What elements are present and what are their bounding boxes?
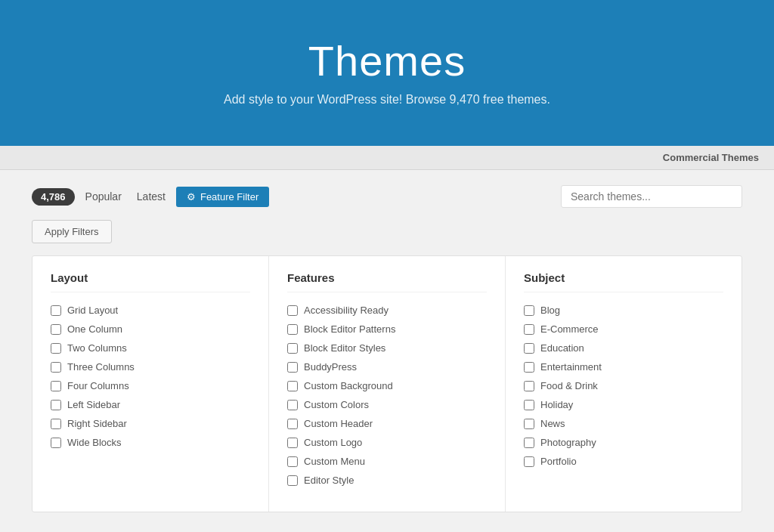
layout-checkbox-0[interactable] [51,305,61,316]
subject-checkbox-7[interactable] [524,438,534,448]
subject-label-5[interactable]: Holiday [540,399,573,410]
list-item: Education [524,342,723,354]
features-checkbox-8[interactable] [287,456,298,467]
layout-label-5[interactable]: Left Sidebar [67,399,120,410]
layout-checkbox-4[interactable] [51,381,61,391]
subject-label-6[interactable]: News [540,418,565,429]
subject-label-7[interactable]: Photography [540,437,596,448]
features-panel-title: Features [287,271,487,292]
layout-label-0[interactable]: Grid Layout [67,305,118,316]
list-item: Food & Drink [524,380,723,391]
features-checkbox-4[interactable] [287,381,298,391]
features-label-5[interactable]: Custom Colors [304,399,369,410]
commercial-themes-link[interactable]: Commercial Themes [663,152,759,163]
features-checkbox-5[interactable] [287,400,298,410]
layout-label-6[interactable]: Right Sidebar [67,418,127,429]
list-item: One Column [51,323,250,335]
layout-panel-title: Layout [51,271,250,292]
main-content: 4,786 Popular Latest ⚙ Feature Filter Ap… [17,170,757,532]
features-checkbox-2[interactable] [287,343,298,354]
apply-filters-container: Apply Filters [32,220,742,255]
features-items: Accessibility ReadyBlock Editor Patterns… [287,305,487,486]
layout-label-7[interactable]: Wide Blocks [67,437,122,448]
layout-label-3[interactable]: Three Columns [67,361,135,373]
filter-panels: Layout Grid LayoutOne ColumnTwo ColumnsT… [32,255,742,512]
layout-checkbox-2[interactable] [51,343,61,354]
features-checkbox-3[interactable] [287,362,298,373]
feature-filter-button[interactable]: ⚙ Feature Filter [176,187,269,207]
hero-section: Themes Add style to your WordPress site!… [0,0,774,146]
subject-checkbox-4[interactable] [524,381,534,391]
layout-items: Grid LayoutOne ColumnTwo ColumnsThree Co… [51,305,250,448]
features-checkbox-1[interactable] [287,324,298,335]
subject-checkbox-3[interactable] [524,362,534,373]
subject-label-1[interactable]: E-Commerce [540,323,599,335]
subject-checkbox-5[interactable] [524,400,534,410]
features-checkbox-6[interactable] [287,419,298,429]
list-item: Left Sidebar [51,399,250,410]
features-panel: Features Accessibility ReadyBlock Editor… [269,256,506,512]
layout-checkbox-3[interactable] [51,362,61,373]
subject-checkbox-6[interactable] [524,419,534,429]
subject-checkbox-8[interactable] [524,456,534,467]
subject-label-4[interactable]: Food & Drink [540,380,598,391]
list-item: Photography [524,437,723,448]
layout-label-4[interactable]: Four Columns [67,380,129,391]
subject-checkbox-0[interactable] [524,305,534,316]
features-label-2[interactable]: Block Editor Styles [304,342,385,354]
list-item: Portfolio [524,456,723,467]
filter-toolbar: 4,786 Popular Latest ⚙ Feature Filter [32,185,742,208]
features-checkbox-7[interactable] [287,438,298,448]
popular-tab[interactable]: Popular [81,187,126,206]
features-label-0[interactable]: Accessibility Ready [304,305,389,316]
list-item: Two Columns [51,342,250,354]
features-label-4[interactable]: Custom Background [304,380,393,391]
subject-checkbox-2[interactable] [524,343,534,354]
subject-label-2[interactable]: Education [540,342,584,354]
search-input[interactable] [561,185,742,208]
subject-panel: Subject BlogE-CommerceEducationEntertain… [506,256,741,512]
subject-label-8[interactable]: Portfolio [540,456,577,467]
list-item: Custom Logo [287,437,487,448]
list-item: Grid Layout [51,305,250,316]
subject-label-0[interactable]: Blog [540,305,560,316]
layout-label-1[interactable]: One Column [67,323,122,335]
list-item: Block Editor Patterns [287,323,487,335]
layout-checkbox-6[interactable] [51,419,61,429]
list-item: Four Columns [51,380,250,391]
list-item: Blog [524,305,723,316]
list-item: Custom Colors [287,399,487,410]
layout-checkbox-7[interactable] [51,438,61,448]
list-item: Custom Background [287,380,487,391]
layout-panel: Layout Grid LayoutOne ColumnTwo ColumnsT… [33,256,269,512]
list-item: Custom Menu [287,456,487,467]
list-item: Three Columns [51,361,250,373]
list-item: Block Editor Styles [287,342,487,354]
list-item: Holiday [524,399,723,410]
list-item: Wide Blocks [51,437,250,448]
apply-filters-button[interactable]: Apply Filters [32,220,112,243]
features-label-7[interactable]: Custom Logo [304,437,362,448]
layout-label-2[interactable]: Two Columns [67,342,127,354]
features-checkbox-9[interactable] [287,475,298,486]
list-item: E-Commerce [524,323,723,335]
latest-tab[interactable]: Latest [132,187,170,206]
subject-label-3[interactable]: Entertainment [540,361,602,373]
features-label-6[interactable]: Custom Header [304,418,373,429]
list-item: News [524,418,723,429]
features-label-8[interactable]: Custom Menu [304,456,365,467]
page-title: Themes [15,36,759,85]
features-label-3[interactable]: BuddyPress [304,361,357,373]
subject-checkbox-1[interactable] [524,324,534,335]
hero-subtitle: Add style to your WordPress site! Browse… [15,93,759,107]
top-bar: Commercial Themes [0,146,774,170]
features-label-9[interactable]: Editor Style [304,475,354,486]
features-label-1[interactable]: Block Editor Patterns [304,323,395,335]
list-item: Entertainment [524,361,723,373]
layout-checkbox-1[interactable] [51,324,61,335]
theme-count-badge: 4,786 [32,188,75,206]
list-item: Editor Style [287,475,487,486]
features-checkbox-0[interactable] [287,305,298,316]
list-item: BuddyPress [287,361,487,373]
layout-checkbox-5[interactable] [51,400,61,410]
